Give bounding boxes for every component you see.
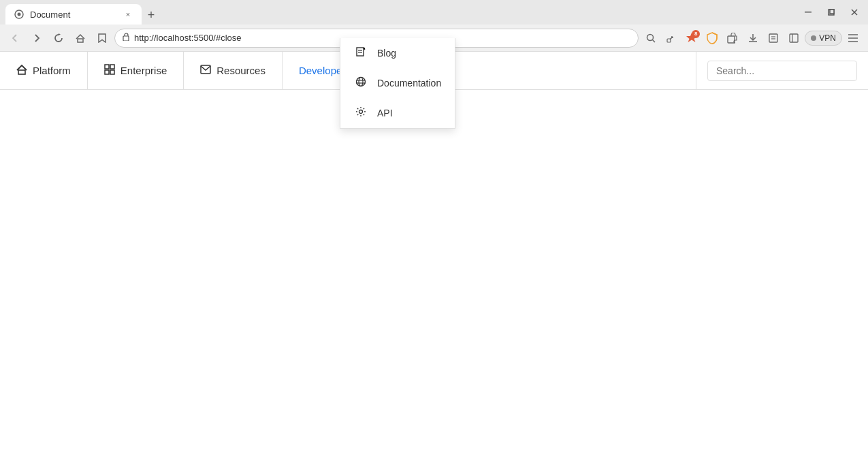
browser-window: Document × + (0, 0, 868, 461)
maximize-button[interactable] (820, 1, 842, 23)
nav-item-enterprise[interactable]: Enterprise (88, 52, 184, 89)
vpn-button[interactable]: VPN (805, 31, 842, 46)
search-toolbar-button[interactable] (641, 29, 660, 48)
svg-rect-8 (123, 36, 129, 41)
svg-rect-2 (805, 12, 811, 13)
home-nav-icon (16, 64, 27, 78)
home-button[interactable] (71, 29, 90, 48)
svg-point-1 (18, 13, 21, 16)
brave-rewards-button[interactable]: 8 (682, 29, 701, 48)
dropdown-item-documentation[interactable]: Documentation (340, 68, 455, 98)
share-button[interactable] (662, 29, 681, 48)
svg-line-10 (653, 39, 656, 42)
resources-label: Resources (216, 65, 266, 76)
tab-title: Document (30, 10, 117, 20)
main-menu-button[interactable] (843, 29, 863, 48)
close-button[interactable] (843, 1, 865, 23)
globe-icon (354, 76, 368, 90)
toolbar-right: 8 (641, 29, 863, 48)
forward-button[interactable] (27, 29, 46, 48)
bookmark-button[interactable] (93, 29, 112, 48)
svg-point-34 (357, 78, 366, 86)
svg-rect-29 (201, 65, 210, 74)
svg-rect-3 (829, 10, 834, 15)
dropdown-api-label: API (377, 108, 393, 118)
nav-item-resources[interactable]: Resources (184, 52, 283, 89)
svg-point-9 (647, 34, 654, 40)
reader-view-button[interactable] (764, 29, 783, 48)
dropdown-item-blog[interactable]: Blog (340, 52, 455, 68)
platform-label: Platform (33, 65, 71, 76)
tab-close-button[interactable]: × (123, 9, 133, 20)
vpn-label: VPN (819, 33, 836, 43)
svg-rect-19 (790, 34, 798, 42)
dropdown-documentation-label: Documentation (377, 78, 441, 89)
tab-bar: Document × + (0, 0, 868, 25)
svg-rect-16 (769, 34, 777, 42)
active-tab[interactable]: Document × (5, 4, 142, 25)
dropdown-item-api[interactable]: API (340, 98, 455, 128)
envelope-nav-icon (200, 65, 211, 77)
search-container (696, 52, 868, 89)
page: Platform Enterprise Resources (0, 52, 868, 461)
edit-icon (354, 52, 368, 60)
extensions-button[interactable] (723, 29, 742, 48)
svg-point-35 (359, 78, 363, 86)
download-button[interactable] (743, 29, 762, 48)
svg-rect-26 (110, 65, 114, 69)
settings-icon (354, 106, 368, 120)
svg-rect-7 (78, 39, 83, 42)
lock-icon (122, 33, 130, 43)
vpn-status-indicator (811, 35, 816, 41)
window-controls (797, 0, 868, 25)
new-tab-button[interactable]: + (142, 5, 161, 25)
svg-rect-24 (18, 70, 25, 74)
nav-item-platform[interactable]: Platform (0, 52, 88, 89)
enterprise-label: Enterprise (120, 65, 167, 76)
grid-nav-icon (104, 64, 115, 78)
badge: 8 (692, 30, 700, 38)
minimize-button[interactable] (797, 1, 819, 23)
search-input[interactable] (707, 61, 857, 81)
svg-rect-28 (110, 70, 114, 74)
svg-rect-27 (105, 70, 109, 74)
tab-favicon (14, 9, 25, 20)
svg-rect-25 (105, 65, 109, 69)
brave-shield-button[interactable] (703, 29, 722, 48)
sidebar-button[interactable] (784, 29, 803, 48)
svg-point-38 (359, 110, 363, 114)
reload-button[interactable] (49, 29, 68, 48)
developers-dropdown: Blog Documentation API (340, 52, 455, 129)
dropdown-blog-label: Blog (377, 52, 396, 59)
back-button[interactable] (5, 29, 25, 48)
